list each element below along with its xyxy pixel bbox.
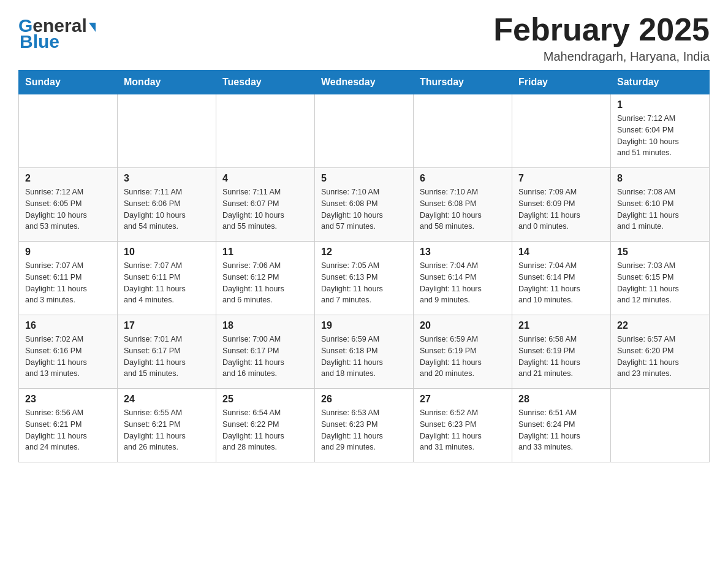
day-info: Sunrise: 7:09 AM Sunset: 6:09 PM Dayligh… [518,186,604,232]
day-cell: 15Sunrise: 7:03 AM Sunset: 6:15 PM Dayli… [611,242,710,315]
day-cell: 9Sunrise: 7:07 AM Sunset: 6:11 PM Daylig… [19,242,118,315]
day-cell: 20Sunrise: 6:59 AM Sunset: 6:19 PM Dayli… [414,315,512,389]
day-number: 27 [420,394,506,405]
day-info: Sunrise: 7:05 AM Sunset: 6:13 PM Dayligh… [321,260,407,306]
week-row-1: 1Sunrise: 7:12 AM Sunset: 6:04 PM Daylig… [19,94,710,168]
day-info: Sunrise: 7:11 AM Sunset: 6:06 PM Dayligh… [124,186,210,232]
day-cell [414,94,512,168]
day-cell: 19Sunrise: 6:59 AM Sunset: 6:18 PM Dayli… [315,315,414,389]
day-cell: 8Sunrise: 7:08 AM Sunset: 6:10 PM Daylig… [611,168,710,242]
day-info: Sunrise: 6:51 AM Sunset: 6:24 PM Dayligh… [518,407,604,453]
day-cell: 2Sunrise: 7:12 AM Sunset: 6:05 PM Daylig… [19,168,118,242]
day-info: Sunrise: 7:07 AM Sunset: 6:11 PM Dayligh… [25,260,111,306]
day-number: 11 [222,247,308,258]
day-info: Sunrise: 7:06 AM Sunset: 6:12 PM Dayligh… [222,260,308,306]
day-cell [315,94,414,168]
day-number: 1 [617,99,703,110]
day-number: 15 [617,247,703,258]
day-number: 9 [25,247,111,258]
title-section: February 2025 Mahendragarh, Haryana, Ind… [493,12,710,64]
day-number: 14 [518,247,604,258]
day-info: Sunrise: 6:59 AM Sunset: 6:19 PM Dayligh… [420,334,506,380]
week-row-3: 9Sunrise: 7:07 AM Sunset: 6:11 PM Daylig… [19,242,710,315]
day-cell: 13Sunrise: 7:04 AM Sunset: 6:14 PM Dayli… [414,242,512,315]
day-number: 13 [420,247,506,258]
day-cell [512,94,611,168]
day-cell: 6Sunrise: 7:10 AM Sunset: 6:08 PM Daylig… [414,168,512,242]
day-info: Sunrise: 7:08 AM Sunset: 6:10 PM Dayligh… [617,186,703,232]
logo: General Blue [18,15,96,52]
day-cell [216,94,315,168]
day-info: Sunrise: 7:10 AM Sunset: 6:08 PM Dayligh… [321,186,407,232]
day-cell: 24Sunrise: 6:55 AM Sunset: 6:21 PM Dayli… [118,389,216,462]
day-number: 6 [420,173,506,184]
day-cell: 5Sunrise: 7:10 AM Sunset: 6:08 PM Daylig… [315,168,414,242]
header-monday: Monday [118,71,216,94]
day-cell: 26Sunrise: 6:53 AM Sunset: 6:23 PM Dayli… [315,389,414,462]
day-info: Sunrise: 6:57 AM Sunset: 6:20 PM Dayligh… [617,334,703,380]
day-cell: 25Sunrise: 6:54 AM Sunset: 6:22 PM Dayli… [216,389,315,462]
day-cell: 23Sunrise: 6:56 AM Sunset: 6:21 PM Dayli… [19,389,118,462]
day-number: 23 [25,394,111,405]
day-cell: 17Sunrise: 7:01 AM Sunset: 6:17 PM Dayli… [118,315,216,389]
day-number: 25 [222,394,308,405]
day-info: Sunrise: 6:54 AM Sunset: 6:22 PM Dayligh… [222,407,308,453]
day-cell: 28Sunrise: 6:51 AM Sunset: 6:24 PM Dayli… [512,389,611,462]
day-info: Sunrise: 6:53 AM Sunset: 6:23 PM Dayligh… [321,407,407,453]
day-cell: 14Sunrise: 7:04 AM Sunset: 6:14 PM Dayli… [512,242,611,315]
day-info: Sunrise: 7:01 AM Sunset: 6:17 PM Dayligh… [124,334,210,380]
day-info: Sunrise: 7:10 AM Sunset: 6:08 PM Dayligh… [420,186,506,232]
week-row-4: 16Sunrise: 7:02 AM Sunset: 6:16 PM Dayli… [19,315,710,389]
day-cell: 16Sunrise: 7:02 AM Sunset: 6:16 PM Dayli… [19,315,118,389]
day-info: Sunrise: 7:12 AM Sunset: 6:04 PM Dayligh… [617,113,703,159]
page-header: General Blue February 2025 Mahendragarh,… [18,12,710,64]
day-cell [19,94,118,168]
day-cell: 12Sunrise: 7:05 AM Sunset: 6:13 PM Dayli… [315,242,414,315]
day-number: 26 [321,394,407,405]
day-number: 7 [518,173,604,184]
day-info: Sunrise: 7:03 AM Sunset: 6:15 PM Dayligh… [617,260,703,306]
day-number: 19 [321,320,407,331]
day-cell [611,389,710,462]
day-info: Sunrise: 6:55 AM Sunset: 6:21 PM Dayligh… [124,407,210,453]
week-row-2: 2Sunrise: 7:12 AM Sunset: 6:05 PM Daylig… [19,168,710,242]
calendar-table: SundayMondayTuesdayWednesdayThursdayFrid… [18,70,710,462]
day-cell: 18Sunrise: 7:00 AM Sunset: 6:17 PM Dayli… [216,315,315,389]
day-number: 22 [617,320,703,331]
day-number: 21 [518,320,604,331]
day-cell: 3Sunrise: 7:11 AM Sunset: 6:06 PM Daylig… [118,168,216,242]
logo-arrow-icon [89,23,96,32]
calendar-header-row: SundayMondayTuesdayWednesdayThursdayFrid… [19,71,710,94]
day-info: Sunrise: 6:59 AM Sunset: 6:18 PM Dayligh… [321,334,407,380]
day-number: 16 [25,320,111,331]
day-cell: 27Sunrise: 6:52 AM Sunset: 6:23 PM Dayli… [414,389,512,462]
day-info: Sunrise: 7:12 AM Sunset: 6:05 PM Dayligh… [25,186,111,232]
day-number: 24 [124,394,210,405]
day-number: 17 [124,320,210,331]
day-cell: 11Sunrise: 7:06 AM Sunset: 6:12 PM Dayli… [216,242,315,315]
header-wednesday: Wednesday [315,71,414,94]
day-cell: 7Sunrise: 7:09 AM Sunset: 6:09 PM Daylig… [512,168,611,242]
header-tuesday: Tuesday [216,71,315,94]
day-info: Sunrise: 7:02 AM Sunset: 6:16 PM Dayligh… [25,334,111,380]
day-number: 8 [617,173,703,184]
day-number: 12 [321,247,407,258]
day-info: Sunrise: 7:04 AM Sunset: 6:14 PM Dayligh… [420,260,506,306]
week-row-5: 23Sunrise: 6:56 AM Sunset: 6:21 PM Dayli… [19,389,710,462]
day-info: Sunrise: 6:56 AM Sunset: 6:21 PM Dayligh… [25,407,111,453]
day-info: Sunrise: 7:07 AM Sunset: 6:11 PM Dayligh… [124,260,210,306]
day-number: 2 [25,173,111,184]
header-thursday: Thursday [414,71,512,94]
month-title: February 2025 [493,12,710,47]
day-info: Sunrise: 7:04 AM Sunset: 6:14 PM Dayligh… [518,260,604,306]
day-number: 4 [222,173,308,184]
day-number: 20 [420,320,506,331]
day-number: 3 [124,173,210,184]
header-friday: Friday [512,71,611,94]
day-number: 18 [222,320,308,331]
day-number: 28 [518,394,604,405]
day-info: Sunrise: 7:00 AM Sunset: 6:17 PM Dayligh… [222,334,308,380]
day-number: 10 [124,247,210,258]
day-cell: 21Sunrise: 6:58 AM Sunset: 6:19 PM Dayli… [512,315,611,389]
header-sunday: Sunday [19,71,118,94]
